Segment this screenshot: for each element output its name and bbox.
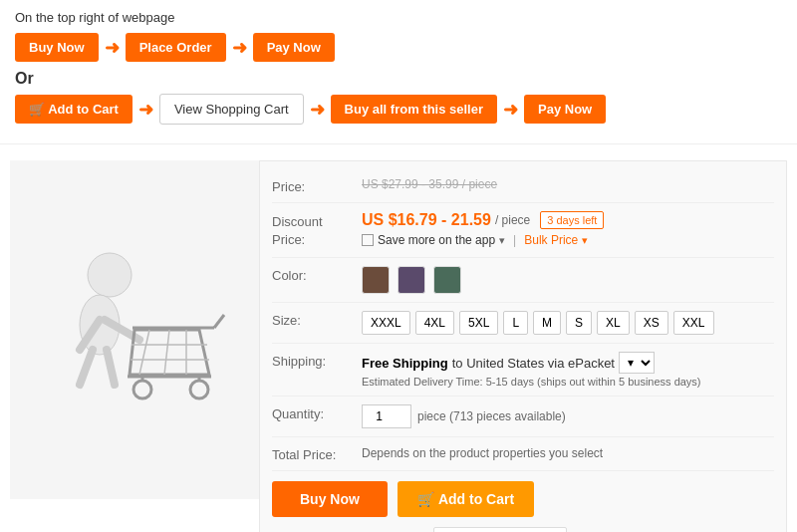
shipping-label: Shipping:: [272, 352, 362, 369]
color-swatch-1[interactable]: [362, 266, 390, 294]
wishlist-row: IF you like it! Chick here~ ♡ Add to Wis…: [272, 523, 774, 532]
arrow-icon-5: ➜: [503, 99, 518, 121]
size-xl[interactable]: XL: [597, 311, 630, 335]
color-swatch-2[interactable]: [398, 266, 425, 294]
svg-point-0: [88, 253, 132, 297]
buy-from-seller-button[interactable]: Buy all from this seller: [331, 95, 497, 124]
svg-line-4: [80, 350, 93, 385]
price-per-unit: / piece: [495, 213, 530, 227]
bulk-price-link[interactable]: Bulk Price: [524, 233, 578, 247]
color-swatches: [362, 266, 774, 294]
price-label: Price:: [272, 177, 362, 194]
arrow-icon-1: ➜: [105, 37, 120, 59]
total-price-label: Total Price:: [272, 445, 362, 462]
discount-price-value: US $16.79 - 21.59: [362, 211, 491, 229]
add-to-cart-button-top[interactable]: 🛒 Add to Cart: [15, 95, 133, 124]
size-s[interactable]: S: [566, 311, 592, 335]
color-label: Color:: [272, 266, 362, 283]
arrow-icon-2: ➜: [232, 37, 247, 59]
color-swatch-3[interactable]: [433, 266, 461, 294]
pay-now-button-top[interactable]: Pay Now: [253, 33, 335, 62]
pay-now-button-bottom[interactable]: Pay Now: [524, 95, 606, 124]
quantity-available: piece (713 pieces available): [417, 409, 566, 423]
add-to-cart-button-main[interactable]: 🛒 Add to Cart: [398, 481, 534, 517]
size-m[interactable]: M: [533, 311, 561, 335]
total-price-value: Depends on the product properties you se…: [362, 446, 603, 460]
or-label: Or: [15, 70, 782, 88]
product-image-svg: [25, 220, 244, 439]
days-left-badge: 3 days left: [540, 211, 604, 229]
top-note: On the top right of webpage: [15, 10, 782, 25]
price-original: US $27.99 - 35.99 / piece: [362, 177, 774, 191]
buy-now-button-main[interactable]: Buy Now: [272, 481, 388, 517]
discount-price-label: DiscountPrice:: [272, 211, 362, 249]
svg-line-11: [164, 330, 169, 375]
cart-icon-btn: 🛒: [417, 491, 434, 507]
arrow-icon-3: ➜: [138, 99, 153, 121]
size-xs[interactable]: XS: [635, 311, 668, 335]
arrow-icon-4: ➜: [310, 99, 325, 121]
svg-point-16: [190, 381, 208, 399]
shipping-estimate: Estimated Delivery Time: 5-15 days (ship…: [362, 376, 774, 388]
view-shopping-cart-button[interactable]: View Shopping Cart: [159, 94, 304, 125]
size-5xl[interactable]: 5XL: [459, 311, 498, 335]
svg-line-8: [214, 315, 224, 328]
free-shipping-text: Free Shipping: [362, 356, 448, 371]
shipping-to-text: to United States via ePacket: [452, 356, 615, 371]
save-app-text: Save more on the app: [378, 233, 495, 247]
svg-point-15: [133, 381, 151, 399]
save-app-checkbox[interactable]: [362, 234, 374, 246]
size-xxxl[interactable]: XXXL: [362, 311, 410, 335]
product-details-panel: Price: US $27.99 - 35.99 / piece Discoun…: [259, 160, 787, 532]
size-4xl[interactable]: 4XL: [415, 311, 454, 335]
action-buttons: Buy Now 🛒 Add to Cart: [272, 471, 774, 523]
size-label: Size:: [272, 311, 362, 328]
quantity-label: Quantity:: [272, 404, 362, 421]
size-xxl[interactable]: XXL: [673, 311, 714, 335]
shipping-select[interactable]: ▾: [619, 352, 655, 374]
quantity-input[interactable]: [362, 404, 411, 428]
buy-now-button-top[interactable]: Buy Now: [15, 33, 99, 62]
size-buttons: XXXL 4XL 5XL L M S XL XS XXL: [362, 311, 774, 335]
product-image: [10, 160, 259, 499]
size-l[interactable]: L: [503, 311, 528, 335]
wishlist-button[interactable]: ♡ Add to Wish List ▾: [433, 527, 567, 532]
place-order-button[interactable]: Place Order: [126, 33, 226, 62]
svg-line-5: [107, 350, 115, 385]
